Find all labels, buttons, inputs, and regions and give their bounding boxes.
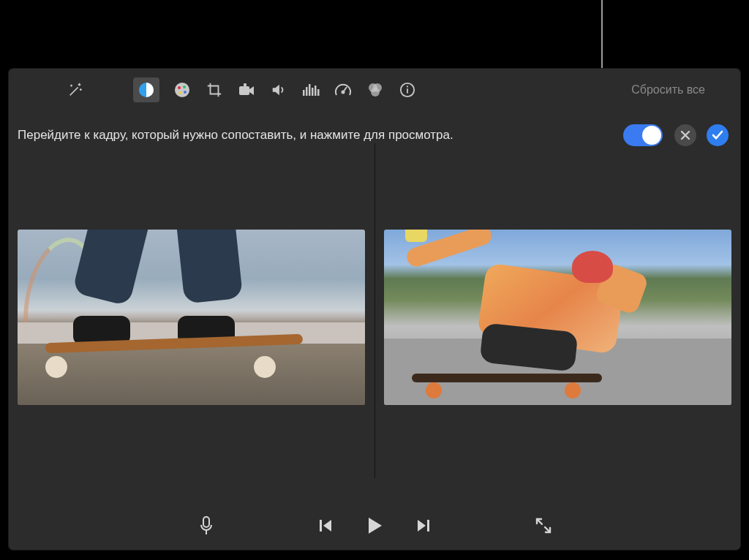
- color-palette-icon[interactable]: [173, 80, 192, 99]
- magic-wand-icon[interactable]: [66, 80, 85, 99]
- equalizer-icon[interactable]: [301, 80, 320, 99]
- app-stage: Сбросить все Перейдите к кадру, который …: [0, 0, 749, 560]
- target-clip-preview[interactable]: [384, 230, 731, 405]
- color-match-toggle[interactable]: [623, 124, 663, 146]
- color-balance-icon[interactable]: [133, 77, 159, 102]
- comparison-viewer: [18, 230, 731, 405]
- microphone-icon[interactable]: [199, 516, 214, 535]
- svg-rect-21: [203, 517, 209, 527]
- info-icon[interactable]: [398, 80, 417, 99]
- apply-button[interactable]: [707, 124, 729, 146]
- svg-point-17: [371, 88, 380, 97]
- svg-point-14: [342, 91, 345, 94]
- svg-point-2: [178, 86, 181, 89]
- svg-point-20: [407, 86, 408, 87]
- toggle-knob: [642, 126, 661, 145]
- fullscreen-icon[interactable]: [535, 518, 552, 534]
- previous-frame-button[interactable]: [318, 518, 333, 533]
- svg-rect-24: [427, 520, 429, 531]
- svg-rect-8: [303, 90, 305, 96]
- inspector-panel: Сбросить все Перейдите к кадру, который …: [9, 69, 740, 550]
- transport-bar: [9, 509, 740, 542]
- crop-icon[interactable]: [205, 80, 224, 99]
- svg-rect-23: [320, 520, 322, 531]
- svg-rect-6: [239, 86, 249, 95]
- svg-rect-13: [317, 89, 320, 96]
- cancel-button[interactable]: [674, 124, 696, 146]
- svg-point-4: [184, 91, 187, 94]
- next-frame-button[interactable]: [416, 518, 431, 533]
- svg-rect-11: [312, 88, 314, 96]
- svg-rect-7: [244, 83, 246, 86]
- svg-rect-12: [315, 86, 317, 96]
- inspector-toolbar: Сбросить все: [9, 75, 740, 105]
- svg-rect-9: [306, 87, 308, 96]
- reset-all-button[interactable]: Сбросить все: [631, 83, 740, 97]
- svg-point-3: [183, 86, 186, 88]
- volume-icon[interactable]: [269, 80, 288, 99]
- hint-text: Перейдите к кадру, который нужно сопоста…: [18, 128, 453, 143]
- camera-icon[interactable]: [237, 80, 256, 99]
- reference-clip-preview[interactable]: [18, 230, 365, 405]
- svg-rect-10: [309, 84, 311, 96]
- filters-icon[interactable]: [366, 80, 385, 99]
- speedometer-icon[interactable]: [334, 80, 353, 99]
- svg-point-5: [178, 91, 181, 94]
- play-button[interactable]: [365, 516, 384, 535]
- svg-point-1: [175, 83, 189, 97]
